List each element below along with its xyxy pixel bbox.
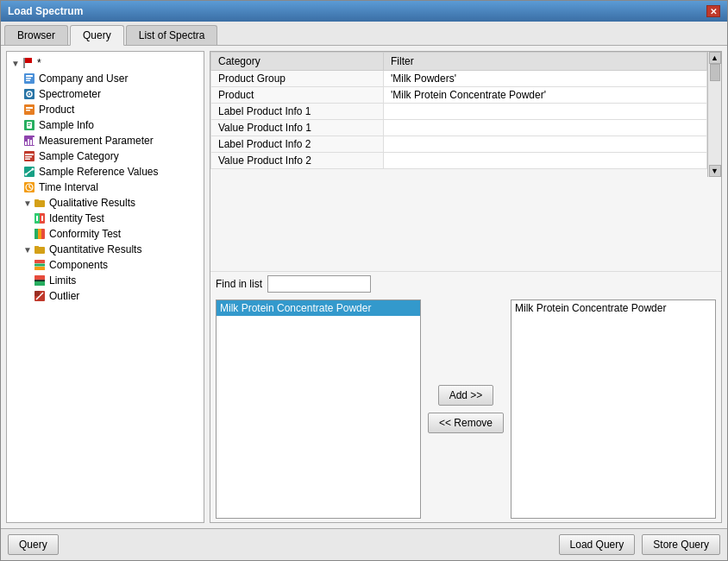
tab-bar: Browser Query List of Spectra <box>1 22 727 46</box>
components-label: Components <box>49 259 108 271</box>
table-row: Value Product Info 1 <box>211 120 721 136</box>
sidebar-item-sample-info[interactable]: Sample Info <box>9 117 202 133</box>
qualitative-label: Qualitative Results <box>49 197 135 209</box>
svg-rect-43 <box>35 246 39 248</box>
sidebar-item-category[interactable]: Sample Category <box>9 148 202 164</box>
tab-list-of-spectra[interactable]: List of Spectra <box>126 25 218 45</box>
quantitative-label: Quantitative Results <box>49 243 141 255</box>
footer: Query Load Query Store Query <box>1 528 727 560</box>
svg-rect-17 <box>25 142 27 145</box>
time-icon <box>22 180 36 194</box>
sidebar-item-limits[interactable]: Limits <box>9 273 202 288</box>
list-item[interactable]: Milk Protein Concentrate Powder <box>217 300 420 316</box>
table-row: Product 'Milk Protein Concentrate Powder… <box>211 87 721 104</box>
add-button[interactable]: Add >> <box>438 385 494 406</box>
outlier-label: Outlier <box>49 290 79 302</box>
load-query-button[interactable]: Load Query <box>559 534 636 555</box>
sidebar-item-qualitative[interactable]: ▼ Qualitative Results <box>9 195 202 211</box>
col-header-filter: Filter <box>384 53 707 71</box>
tree-root[interactable]: ▼ * <box>9 55 202 71</box>
find-input[interactable] <box>267 275 371 293</box>
limits-label: Limits <box>49 274 76 287</box>
footer-left: Query <box>8 534 59 555</box>
find-label: Find in list <box>216 278 262 290</box>
filter-table-area: Category Filter Product Group 'Milk Powd… <box>210 52 721 271</box>
titlebar: Load Spectrum ✕ <box>1 1 727 22</box>
svg-point-27 <box>25 173 28 176</box>
reference-icon <box>22 165 36 179</box>
svg-rect-1 <box>25 58 32 63</box>
svg-rect-3 <box>26 75 33 77</box>
available-list[interactable]: Milk Protein Concentrate Powder <box>216 299 421 519</box>
store-query-button[interactable]: Store Query <box>642 534 720 555</box>
sidebar-item-identity[interactable]: Identity Test <box>9 211 202 226</box>
product-icon <box>22 103 36 117</box>
svg-rect-20 <box>33 137 35 145</box>
spectrometer-icon <box>22 87 36 101</box>
remove-button[interactable]: << Remove <box>428 413 504 433</box>
svg-rect-24 <box>25 159 30 161</box>
conformity-label: Conformity Test <box>49 228 121 240</box>
tab-query[interactable]: Query <box>70 25 124 46</box>
flag-icon <box>21 56 35 70</box>
identity-icon <box>33 211 47 225</box>
category-value-info2: Value Product Info 2 <box>211 153 384 169</box>
svg-rect-33 <box>35 200 45 207</box>
close-button[interactable]: ✕ <box>706 5 720 17</box>
table-row: Label Product Info 1 <box>211 104 721 120</box>
svg-rect-10 <box>26 107 33 109</box>
quantitative-folder-icon <box>33 243 47 256</box>
sidebar-item-reference[interactable]: Sample Reference Values <box>9 164 202 180</box>
sidebar-item-components[interactable]: Components <box>9 257 202 273</box>
sidebar-item-time[interactable]: Time Interval <box>9 180 202 195</box>
filter-product: 'Milk Protein Concentrate Powder' <box>384 87 707 104</box>
sidebar-item-product[interactable]: Product <box>9 102 202 117</box>
time-label: Time Interval <box>39 181 98 193</box>
svg-rect-38 <box>41 216 43 221</box>
category-label-info1: Label Product Info 1 <box>211 104 384 120</box>
main-panel: Category Filter Product Group 'Milk Powd… <box>210 51 722 523</box>
filter-table-scroll[interactable]: Category Filter Product Group 'Milk Powd… <box>210 52 721 177</box>
filter-label-info2 <box>384 136 707 153</box>
sidebar-item-spectrometer[interactable]: Spectrometer <box>9 86 202 102</box>
footer-right: Load Query Store Query <box>559 534 720 555</box>
selected-list[interactable]: Milk Protein Concentrate Powder <box>511 299 716 519</box>
svg-rect-15 <box>28 125 30 126</box>
filter-value-info2 <box>384 153 707 169</box>
category-value-info1: Value Product Info 1 <box>211 120 384 136</box>
limits-icon <box>33 274 47 287</box>
company-label: Company and User <box>39 72 128 85</box>
product-label: Product <box>39 104 74 116</box>
find-row: Find in list <box>210 271 721 296</box>
tree-root-label: * <box>37 57 41 69</box>
svg-rect-34 <box>35 199 39 201</box>
svg-rect-23 <box>25 156 32 158</box>
sample-info-label: Sample Info <box>39 119 94 131</box>
filter-product-group: 'Milk Powders' <box>384 71 707 87</box>
lists-area: Milk Protein Concentrate Powder Add >> <… <box>210 296 721 522</box>
svg-rect-41 <box>38 229 41 239</box>
sidebar-item-company[interactable]: Company and User <box>9 71 202 86</box>
sidebar-item-outlier[interactable]: Outlier <box>9 288 202 304</box>
category-label-info2: Label Product Info 2 <box>211 136 384 153</box>
list-item[interactable]: Milk Protein Concentrate Powder <box>511 300 715 316</box>
sidebar-item-quantitative[interactable]: ▼ Quantitative Results <box>9 242 202 257</box>
svg-rect-22 <box>25 154 34 155</box>
svg-rect-40 <box>35 229 38 239</box>
svg-rect-45 <box>35 264 45 267</box>
svg-rect-0 <box>23 58 25 68</box>
svg-rect-37 <box>36 216 38 221</box>
tree-sidebar: ▼ * <box>6 51 204 523</box>
sidebar-item-measurement[interactable]: Measurement Parameter <box>9 133 202 148</box>
col-header-category: Category <box>211 53 384 71</box>
query-button[interactable]: Query <box>8 534 59 555</box>
filter-label-info1 <box>384 104 707 120</box>
conformity-icon <box>33 227 47 241</box>
tab-browser[interactable]: Browser <box>4 25 68 45</box>
svg-rect-42 <box>35 247 45 254</box>
reference-label: Sample Reference Values <box>39 166 159 178</box>
svg-point-28 <box>32 168 35 171</box>
sidebar-item-conformity[interactable]: Conformity Test <box>9 226 202 242</box>
svg-rect-4 <box>26 78 31 79</box>
svg-point-8 <box>28 93 30 95</box>
